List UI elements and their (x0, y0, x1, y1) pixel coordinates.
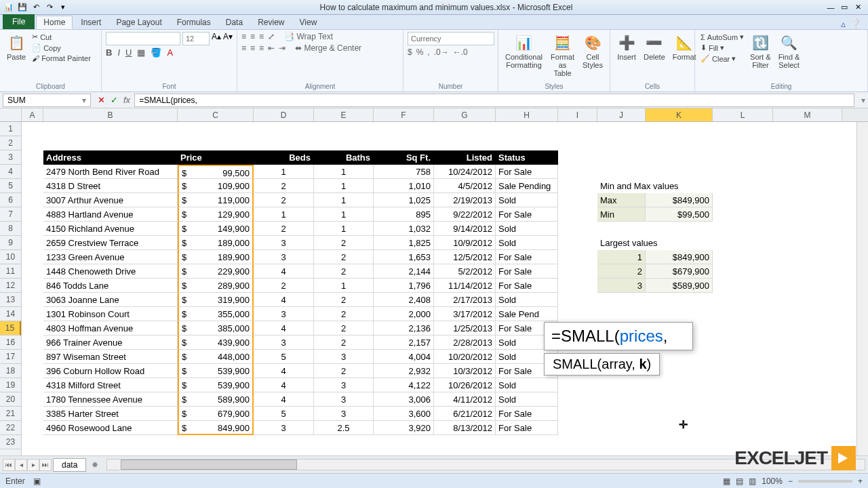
select-all-button[interactable] (0, 108, 22, 121)
cell[interactable]: 2659 Crestview Terrace (43, 236, 178, 250)
autosum-button[interactable]: ΣAutoSum ▾ (699, 32, 745, 42)
cell[interactable]: 4,122 (374, 378, 434, 392)
cell[interactable]: For Sale (496, 250, 558, 264)
cell[interactable]: 897 Wiseman Street (43, 350, 178, 364)
merge-center-button[interactable]: ⬌ Merge & Center (295, 43, 361, 53)
cell[interactable]: 4 (254, 364, 314, 378)
row-header-22[interactable]: 22 (0, 421, 21, 435)
cell[interactable]: For Sale (496, 421, 558, 435)
cell[interactable]: $109,900 (178, 179, 254, 193)
row-header-21[interactable]: 21 (0, 407, 21, 421)
cell[interactable]: $189,900 (178, 250, 254, 264)
cell[interactable]: 3007 Arthur Avenue (43, 193, 178, 207)
cell[interactable]: 1 (314, 165, 374, 179)
cell[interactable]: Price (178, 150, 254, 165)
cell[interactable]: 3063 Joanne Lane (43, 293, 178, 307)
row-header-13[interactable]: 13 (0, 293, 21, 307)
cell[interactable]: Min (597, 207, 646, 222)
col-header-K[interactable]: K (646, 108, 713, 121)
cell[interactable]: 4/5/2012 (434, 179, 496, 193)
zoom-in-icon[interactable]: + (858, 476, 863, 486)
cell[interactable]: 1,032 (374, 222, 434, 236)
row-header-23[interactable]: 23 (0, 435, 21, 449)
cancel-formula-icon[interactable]: ✕ (98, 95, 105, 105)
cell[interactable]: 1 (314, 222, 374, 236)
cell[interactable]: 3385 Harter Street (43, 407, 178, 421)
percent-icon[interactable]: % (416, 47, 424, 57)
cell[interactable]: 1,025 (374, 193, 434, 207)
cell[interactable]: 2,157 (374, 336, 434, 350)
cell[interactable]: 10/3/2012 (434, 364, 496, 378)
cell[interactable]: 966 Trainer Avenue (43, 336, 178, 350)
row-header-14[interactable]: 14 (0, 307, 21, 321)
cell[interactable]: $539,900 (178, 378, 254, 392)
row-header-8[interactable]: 8 (0, 222, 21, 236)
paste-button[interactable]: 📋Paste (4, 32, 28, 62)
undo-icon[interactable]: ↶ (30, 1, 42, 14)
cell[interactable]: 4803 Hoffman Avenue (43, 321, 178, 336)
cell[interactable]: $849,900 (178, 421, 254, 435)
cell[interactable]: 2,136 (374, 321, 434, 336)
row-header-4[interactable]: 4 (0, 165, 21, 179)
cell[interactable]: 3 (254, 236, 314, 250)
qat-more-icon[interactable]: ▾ (57, 1, 69, 14)
minimize-icon[interactable]: — (825, 1, 837, 14)
fill-color-button[interactable]: 🪣 (151, 47, 161, 58)
cell[interactable]: Min and Max values (597, 179, 713, 193)
row-header-11[interactable]: 11 (0, 264, 21, 279)
sheet-nav-next-icon[interactable]: ▸ (27, 459, 39, 471)
file-tab[interactable]: File (3, 14, 35, 29)
cell[interactable]: 2 (254, 279, 314, 293)
sheet-tab-data[interactable]: data (53, 458, 86, 472)
excel-app-icon[interactable]: 📊 (3, 1, 15, 14)
cell[interactable]: 1301 Robinson Court (43, 307, 178, 321)
cell[interactable]: 2 (254, 222, 314, 236)
align-center-icon[interactable]: ≡ (250, 43, 255, 53)
col-header-F[interactable]: F (374, 108, 434, 121)
zoom-out-icon[interactable]: − (788, 476, 793, 486)
cell[interactable]: 10/9/2012 (434, 236, 496, 250)
cell[interactable]: 1 (314, 207, 374, 222)
align-right-icon[interactable]: ≡ (259, 43, 264, 53)
cell[interactable]: 1 (254, 207, 314, 222)
cell[interactable]: 10/20/2012 (434, 350, 496, 364)
cell[interactable]: 4/11/2012 (434, 392, 496, 407)
cell[interactable]: 2 (314, 336, 374, 350)
font-name-combo[interactable] (106, 32, 180, 45)
tab-home[interactable]: Home (36, 16, 73, 29)
col-header-I[interactable]: I (558, 108, 597, 121)
cell[interactable]: 396 Coburn Hollow Road (43, 364, 178, 378)
cell[interactable]: 2 (314, 264, 374, 279)
view-normal-icon[interactable]: ▦ (723, 476, 730, 486)
cell[interactable]: 3 (314, 392, 374, 407)
cell[interactable]: 2 (254, 193, 314, 207)
row-header-7[interactable]: 7 (0, 207, 21, 222)
cell-styles-button[interactable]: 🎨Cell Styles (580, 32, 606, 70)
cell[interactable]: $319,900 (178, 293, 254, 307)
cell[interactable]: Sale Pend (496, 307, 558, 321)
shrink-font-icon[interactable]: A▾ (223, 32, 233, 45)
cell[interactable]: 2 (314, 250, 374, 264)
in-cell-editor[interactable]: =SMALL(prices, (544, 322, 693, 350)
cell[interactable]: 3 (254, 307, 314, 321)
function-tooltip[interactable]: SMALL(array, k) (544, 353, 660, 375)
row-header-12[interactable]: 12 (0, 279, 21, 293)
tab-formulas[interactable]: Formulas (170, 16, 218, 29)
cell[interactable]: Baths (314, 150, 374, 165)
cell[interactable]: $589,900 (178, 392, 254, 407)
cell[interactable]: 3 (254, 250, 314, 264)
orientation-icon[interactable]: ⤢ (268, 32, 275, 41)
cell[interactable]: 4 (254, 378, 314, 392)
tab-insert[interactable]: Insert (74, 16, 108, 29)
cell[interactable]: Sold (496, 222, 558, 236)
cell[interactable]: 3 (597, 279, 646, 293)
cell[interactable]: 2 (254, 179, 314, 193)
cell[interactable]: For Sale (496, 264, 558, 279)
cell[interactable]: 4 (254, 392, 314, 407)
cell[interactable]: 10/24/2012 (434, 165, 496, 179)
insert-cells-button[interactable]: ➕Insert (614, 32, 639, 62)
cell[interactable]: 1,796 (374, 279, 434, 293)
cell[interactable]: Sold (496, 193, 558, 207)
cell[interactable]: 1 (314, 279, 374, 293)
cell[interactable]: $355,000 (178, 307, 254, 321)
